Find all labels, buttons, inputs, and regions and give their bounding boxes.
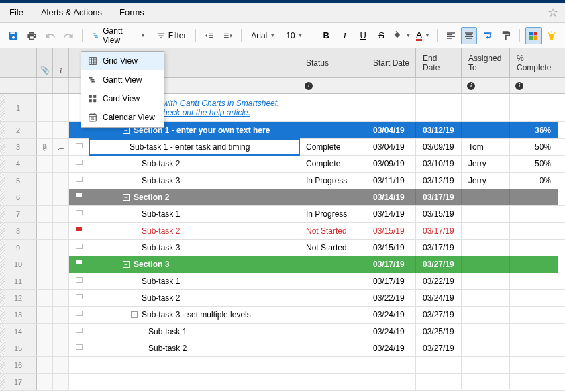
cell-pct[interactable] <box>510 94 558 121</box>
cell-name[interactable]: −Section 2 <box>89 189 299 205</box>
cell-start[interactable]: 03/04/19 <box>366 122 416 138</box>
cell-attach[interactable] <box>37 189 53 205</box>
cell-status[interactable] <box>299 374 366 390</box>
cell-assigned[interactable] <box>462 94 510 121</box>
cell-attach[interactable] <box>37 307 53 323</box>
cell-comment[interactable] <box>53 173 69 189</box>
cell-comment[interactable] <box>53 357 69 373</box>
menu-alerts[interactable]: Alerts & Actions <box>38 5 105 20</box>
collapse-icon[interactable]: − <box>123 261 130 268</box>
row-number[interactable]: 17 <box>0 374 37 390</box>
cell-assigned[interactable] <box>462 189 510 205</box>
cell-name[interactable]: Sub-task 2 <box>89 290 299 306</box>
header-assigned[interactable]: Assigned To <box>462 48 510 77</box>
cell-status[interactable]: In Progress <box>299 206 366 222</box>
cell-name[interactable]: Sub-task 1 - enter task and timing <box>89 139 299 155</box>
cell-attach[interactable] <box>37 273 53 289</box>
cell-flag[interactable] <box>69 374 89 390</box>
cell-comment[interactable] <box>53 307 69 323</box>
cell-flag[interactable] <box>69 357 89 373</box>
font-size-selector[interactable]: 10 ▼ <box>282 28 307 43</box>
row-number[interactable]: 9 <box>0 240 37 256</box>
cell-end[interactable]: 03/17/19 <box>416 189 462 205</box>
cell-end[interactable] <box>416 94 462 121</box>
cell-flag[interactable] <box>69 156 89 172</box>
cell-status[interactable] <box>299 340 366 356</box>
cell-assigned[interactable] <box>462 122 510 138</box>
cell-end[interactable]: 03/22/19 <box>416 273 462 289</box>
cell-assigned[interactable] <box>462 357 510 373</box>
cell-start[interactable]: 03/14/19 <box>366 189 416 205</box>
row-number[interactable]: 1 <box>0 94 37 121</box>
cell-attach[interactable] <box>37 357 53 373</box>
cell-end[interactable]: 03/12/19 <box>416 122 462 138</box>
cell-comment[interactable] <box>53 324 69 340</box>
cell-assigned[interactable] <box>462 324 510 340</box>
cell-attach[interactable] <box>37 324 53 340</box>
grid-row[interactable]: 17 <box>0 374 565 391</box>
header-start-date[interactable]: Start Date <box>366 48 416 77</box>
row-number[interactable]: 15 <box>0 340 37 356</box>
cell-end[interactable]: 03/27/19 <box>416 256 462 273</box>
row-number[interactable]: 7 <box>0 206 37 222</box>
cell-comment[interactable] <box>53 273 69 289</box>
cell-start[interactable] <box>366 357 416 373</box>
font-selector[interactable]: Arial ▼ <box>247 28 279 43</box>
row-number[interactable]: 12 <box>0 290 37 306</box>
cell-status[interactable]: Complete <box>299 139 366 155</box>
cell-start[interactable]: 03/24/19 <box>366 340 416 356</box>
grid-row[interactable]: 12 Sub-task 2 03/22/19 03/24/19 <box>0 290 565 307</box>
view-selector[interactable]: Gantt View ▼ <box>88 23 150 48</box>
cell-assigned[interactable] <box>462 273 510 289</box>
cell-assigned[interactable]: Jerry <box>462 156 510 172</box>
text-color-button[interactable]: A ▼ <box>415 28 431 44</box>
cell-end[interactable]: 03/09/19 <box>416 139 462 155</box>
row-number[interactable]: 11 <box>0 273 37 289</box>
row-number[interactable]: 4 <box>0 156 37 172</box>
cell-end[interactable]: 03/27/19 <box>416 307 462 323</box>
row-number[interactable]: 8 <box>0 223 37 239</box>
cell-pct[interactable]: 36% <box>510 122 558 138</box>
collapse-icon[interactable]: − <box>123 127 130 134</box>
cell-comment[interactable] <box>53 340 69 356</box>
cell-name[interactable]: Sub-task 1 <box>89 206 299 222</box>
cell-end[interactable]: 03/25/19 <box>416 324 462 340</box>
row-number[interactable]: 6 <box>0 189 37 205</box>
grid-row[interactable]: 16 <box>0 357 565 374</box>
cell-start[interactable]: 03/17/19 <box>366 256 416 273</box>
undo-button[interactable] <box>42 27 58 44</box>
cell-comment[interactable] <box>53 206 69 222</box>
grid-row[interactable]: 6 −Section 2 03/14/19 03/17/19 <box>0 189 565 206</box>
row-number[interactable]: 13 <box>0 307 37 323</box>
conditional-format-button[interactable] <box>525 27 542 44</box>
cell-comment[interactable] <box>53 94 69 121</box>
view-option-calendar[interactable]: 31 Calendar View <box>81 108 164 127</box>
cell-status[interactable] <box>299 357 366 373</box>
cell-end[interactable]: 03/10/19 <box>416 156 462 172</box>
cell-flag[interactable] <box>69 139 89 155</box>
header-pct[interactable]: % Complete <box>510 48 558 77</box>
row-number[interactable]: 2 <box>0 122 37 138</box>
cell-flag[interactable] <box>69 189 89 205</box>
cell-end[interactable]: 03/17/19 <box>416 223 462 239</box>
view-option-card[interactable]: Card View <box>81 89 164 108</box>
cell-assigned[interactable] <box>462 240 510 256</box>
view-option-gantt[interactable]: Gantt View <box>81 70 164 89</box>
cell-name[interactable]: Sub-task 2 <box>89 223 299 239</box>
cell-attach[interactable] <box>37 256 53 273</box>
cell-pct[interactable]: 50% <box>510 156 558 172</box>
cell-end[interactable] <box>416 374 462 390</box>
cell-pct[interactable]: 50% <box>510 139 558 155</box>
cell-pct[interactable] <box>510 307 558 323</box>
print-button[interactable] <box>24 27 40 44</box>
cell-flag[interactable] <box>69 290 89 306</box>
underline-button[interactable]: U <box>355 27 371 44</box>
row-number[interactable]: 14 <box>0 324 37 340</box>
cell-end[interactable]: 03/27/19 <box>416 340 462 356</box>
grid-row[interactable]: 3 Sub-task 1 - enter task and timing Com… <box>0 139 565 156</box>
cell-pct[interactable] <box>510 290 558 306</box>
cell-attach[interactable] <box>37 94 53 121</box>
info-icon[interactable]: i <box>467 82 475 90</box>
cell-start[interactable]: 03/24/19 <box>366 307 416 323</box>
cell-name[interactable]: Sub-task 3 <box>89 173 299 189</box>
